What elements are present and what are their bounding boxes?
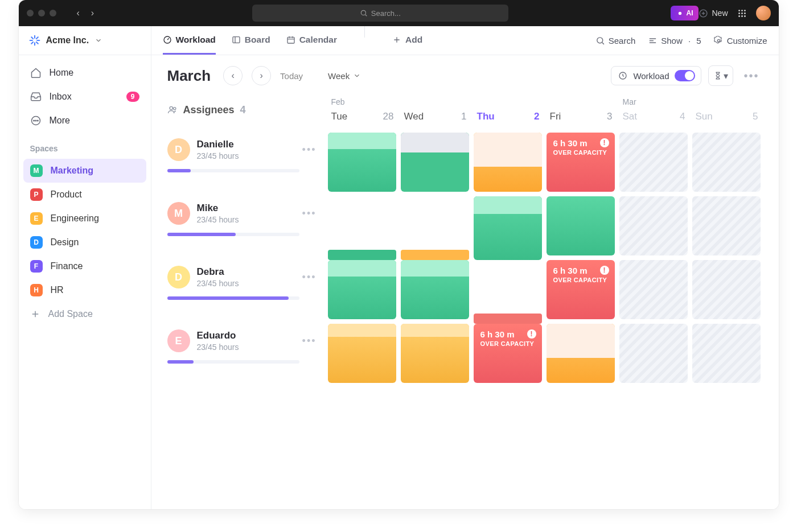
window-controls[interactable] [27, 10, 56, 17]
svg-point-14 [35, 120, 36, 121]
space-avatar: M [30, 164, 43, 177]
sidebar-space-engineering[interactable]: EEngineering [23, 207, 146, 230]
user-avatar[interactable] [756, 6, 771, 20]
workload-cell[interactable] [326, 194, 398, 258]
workload-cell[interactable] [471, 194, 544, 258]
workload-icon [618, 71, 627, 80]
space-avatar: D [30, 236, 43, 249]
workload-cell[interactable] [617, 194, 690, 258]
assignee-avatar[interactable]: D [167, 138, 190, 161]
assignee-name[interactable]: Eduardo [197, 330, 239, 341]
svg-point-5 [744, 10, 746, 11]
assignee-avatar[interactable]: D [167, 266, 190, 288]
add-space-button[interactable]: Add Space [23, 302, 146, 326]
toolbar-show-button[interactable]: Show · 5 [648, 36, 701, 46]
workload-cell[interactable] [544, 194, 617, 258]
workload-cell[interactable] [471, 130, 544, 194]
sidebar-space-product[interactable]: PProduct [23, 183, 146, 207]
tab-board[interactable]: Board [232, 26, 270, 55]
svg-point-19 [597, 37, 603, 43]
assignee-name[interactable]: Debra [197, 266, 239, 278]
assignee-row: D Danielle 23/45 hours ••• [167, 130, 326, 194]
next-period-button[interactable]: › [252, 66, 271, 85]
ai-button[interactable]: AI [671, 6, 699, 20]
hourglass-icon [714, 72, 722, 80]
space-label: Finance [51, 261, 83, 271]
svg-point-9 [738, 15, 740, 17]
workload-cell[interactable] [617, 321, 690, 385]
assignee-more-button[interactable]: ••• [302, 271, 320, 283]
workload-cell[interactable] [690, 321, 763, 385]
workload-cell[interactable] [690, 258, 763, 321]
today-button[interactable]: Today [280, 71, 303, 81]
sidebar-item-home[interactable]: Home [23, 61, 146, 85]
svg-point-23 [173, 108, 175, 110]
workload-cell[interactable] [326, 321, 398, 385]
timer-dropdown[interactable]: ▾ [708, 65, 733, 86]
sidebar-space-design[interactable]: DDesign [23, 230, 146, 254]
day-header: Fri3 [544, 97, 617, 122]
sidebar-space-marketing[interactable]: MMarketing [23, 159, 146, 183]
more-actions-button[interactable]: ••• [740, 69, 762, 83]
workspace-switcher[interactable]: Acme Inc. [19, 26, 151, 55]
workload-cell[interactable]: !6 h 30 mOVER CAPACITY [544, 130, 617, 194]
tab-calendar[interactable]: Calendar [286, 26, 337, 55]
space-avatar: P [30, 188, 43, 201]
nav-back-button[interactable]: ‹ [77, 8, 80, 18]
workload-cell[interactable] [471, 258, 544, 321]
svg-point-7 [741, 13, 743, 14]
toolbar-customize-button[interactable]: Customize [714, 36, 767, 46]
svg-point-0 [361, 10, 365, 15]
workload-cell[interactable] [398, 130, 471, 194]
workload-cell[interactable] [544, 321, 617, 385]
apps-grid-icon[interactable] [737, 9, 747, 18]
assignee-row: D Debra 23/45 hours ••• [167, 258, 326, 321]
space-avatar: E [30, 212, 43, 225]
space-avatar: F [30, 260, 43, 273]
board-icon [232, 35, 241, 44]
assignee-name[interactable]: Mike [197, 203, 239, 214]
assignee-name[interactable]: Danielle [197, 139, 239, 150]
plus-icon [392, 35, 401, 44]
toolbar-search-button[interactable]: Search [595, 36, 636, 46]
prev-period-button[interactable]: ‹ [223, 66, 243, 85]
workload-cell[interactable] [398, 194, 471, 258]
workload-cell[interactable] [617, 130, 690, 194]
workload-cell[interactable] [398, 321, 471, 385]
workload-cell[interactable] [690, 194, 763, 258]
assignee-avatar[interactable]: M [167, 202, 190, 225]
workload-toggle[interactable] [675, 70, 695, 81]
assignee-more-button[interactable]: ••• [302, 335, 320, 347]
workload-cell[interactable] [326, 258, 398, 321]
space-label: Engineering [51, 213, 99, 224]
sidebar-item-more[interactable]: More [23, 109, 146, 133]
workload-cell[interactable]: !6 h 30 mOVER CAPACITY [471, 321, 544, 385]
plus-icon [30, 309, 40, 319]
day-header: FebTue28 [326, 97, 398, 122]
workload-toggle-chip[interactable]: Workload [611, 66, 701, 85]
tab-workload[interactable]: Workload [163, 26, 216, 55]
assignee-more-button[interactable]: ••• [302, 208, 320, 220]
new-button[interactable]: New [699, 9, 728, 18]
period-selector[interactable]: Week [328, 71, 361, 81]
workload-cell[interactable] [690, 130, 763, 194]
assignee-avatar[interactable]: E [167, 329, 190, 352]
assignee-more-button[interactable]: ••• [302, 144, 320, 156]
svg-point-8 [744, 13, 746, 14]
global-search-input[interactable]: Search... [252, 5, 508, 22]
workload-cell[interactable]: !6 h 30 mOVER CAPACITY [544, 258, 617, 321]
sidebar-item-inbox[interactable]: Inbox 9 [23, 85, 146, 109]
search-icon [360, 9, 368, 17]
svg-point-13 [33, 120, 34, 121]
assignee-progress [167, 296, 299, 300]
workload-cell[interactable] [617, 258, 690, 321]
sidebar-space-hr[interactable]: HHR [23, 278, 146, 302]
warning-icon: ! [527, 329, 536, 339]
workload-cell[interactable] [326, 130, 398, 194]
assignee-progress [167, 169, 299, 172]
workload-cell[interactable] [398, 258, 471, 321]
sidebar-space-finance[interactable]: FFinance [23, 254, 146, 278]
assignees-header[interactable]: Assignees 4 [167, 97, 326, 122]
column-headers: Assignees 4 FebTue28 Wed1 Thu2 Fri3MarSa… [167, 97, 763, 122]
add-view-button[interactable]: Add [392, 26, 422, 55]
